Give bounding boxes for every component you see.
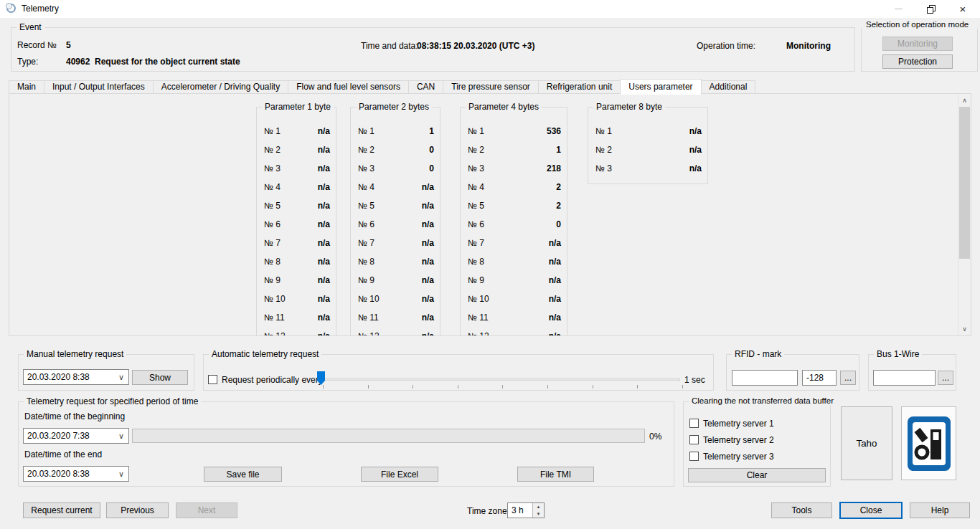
tab[interactable]: CAN — [408, 80, 443, 94]
save-file-button[interactable]: Save file — [204, 467, 282, 482]
clear-button[interactable]: Clear — [688, 468, 826, 482]
fuel-pump-icon — [908, 416, 951, 471]
manual-date-combo[interactable]: 20.03.2020 8:38 ∨ — [23, 369, 129, 385]
taho-button[interactable]: Taho — [841, 406, 892, 480]
interval-label: 1 sec — [684, 375, 705, 385]
param-row: № 11 n/a — [461, 308, 567, 327]
param-value: n/a — [318, 182, 330, 192]
file-excel-button[interactable]: File Excel — [361, 467, 438, 482]
param-number: № 2 — [358, 145, 429, 155]
param-number: № 10 — [264, 294, 318, 304]
rfid-input[interactable] — [732, 370, 798, 386]
telemetry-server-checkbox[interactable] — [689, 419, 699, 428]
param-number: № 2 — [468, 145, 556, 155]
param-row: № 11 n/a — [351, 308, 440, 327]
param-number: № 7 — [468, 238, 549, 248]
param-value: 0 — [556, 219, 561, 229]
interval-slider-track[interactable] — [320, 378, 680, 381]
param-value: 218 — [547, 163, 561, 173]
param-row: № 6 0 — [461, 215, 567, 234]
rfid-legend: RFID - mark — [732, 349, 784, 359]
tab[interactable]: Additional — [701, 80, 756, 94]
scrollbar-thumb[interactable] — [959, 107, 970, 259]
param-number: № 11 — [358, 313, 422, 323]
rfid-more-button[interactable]: ... — [840, 371, 856, 385]
scroll-down-icon[interactable]: ∨ — [958, 323, 971, 335]
param-row: № 2 1 — [461, 140, 567, 159]
show-button[interactable]: Show — [132, 370, 188, 385]
bus-1wire-group: Bus 1-Wire ... — [868, 354, 956, 391]
telemetry-server-checkbox[interactable] — [689, 435, 699, 444]
param-number: № 12 — [264, 331, 318, 336]
chevron-down-icon: ∨ — [114, 470, 128, 479]
param-value: n/a — [422, 294, 434, 304]
scroll-up-icon[interactable]: ∧ — [958, 95, 971, 106]
close-window-button[interactable]: × — [948, 0, 977, 18]
telemetry-server-row: Telemetry server 2 — [689, 432, 774, 448]
minimize-icon — [895, 9, 903, 9]
tab[interactable]: Accelerometer / Driving Quality — [153, 80, 288, 94]
tab[interactable]: Input / Output Interfaces — [44, 80, 154, 94]
param-value: n/a — [318, 313, 330, 323]
param-row: № 10 n/a — [351, 290, 440, 308]
fuel-button[interactable] — [901, 406, 956, 480]
tab[interactable]: Refrigeration unit — [538, 80, 621, 94]
telemetry-server-checkbox[interactable] — [689, 452, 699, 461]
param-row: № 1 n/a — [588, 122, 707, 140]
minimize-button[interactable] — [884, 0, 913, 18]
param-value: n/a — [318, 219, 330, 229]
timezone-spinner[interactable]: 3 h ▲ ▼ — [507, 502, 545, 518]
rfid-offset-input[interactable]: -128 — [802, 370, 837, 386]
param-row: № 11 n/a — [257, 308, 336, 327]
param-group-8byte: Parameter 8 byte № 1 n/a № 2 n/a № 3 n/a — [588, 107, 708, 184]
tab[interactable]: Users parameter — [620, 79, 701, 95]
rfid-group: RFID - mark -128 ... — [726, 354, 859, 391]
bus-1wire-more-button[interactable]: ... — [938, 371, 953, 385]
monitoring-mode-button[interactable]: Monitoring — [882, 37, 953, 51]
tab[interactable]: Flow and fuel level sensors — [288, 80, 409, 94]
close-button[interactable]: Close — [839, 502, 903, 519]
spin-down-icon[interactable]: ▼ — [533, 510, 544, 518]
param-value: n/a — [549, 294, 561, 304]
param-row: № 10 n/a — [257, 290, 336, 308]
param-value: n/a — [422, 219, 434, 229]
request-current-button[interactable]: Request current — [23, 502, 100, 518]
param-number: № 4 — [468, 182, 556, 192]
tab[interactable]: Tire pressure sensor — [443, 80, 539, 94]
param-row: № 6 n/a — [257, 215, 336, 234]
begin-datetime-value: 20.03.2020 7:38 — [24, 431, 114, 441]
param-row: № 5 n/a — [257, 196, 336, 215]
param-value: 2 — [556, 201, 561, 211]
param-value: 0 — [429, 163, 434, 173]
param-row: № 10 n/a — [461, 290, 567, 308]
next-button[interactable]: Next — [176, 502, 237, 518]
previous-button[interactable]: Previous — [106, 502, 169, 518]
param-number: № 1 — [468, 126, 547, 136]
vertical-scrollbar[interactable]: ∧ ∨ — [958, 95, 970, 335]
param-number: № 7 — [264, 238, 318, 248]
tab[interactable]: Main — [9, 80, 44, 94]
request-periodically-checkbox[interactable] — [208, 375, 217, 384]
param-value: n/a — [549, 313, 561, 323]
restore-button[interactable] — [916, 0, 945, 18]
chevron-down-icon: ∨ — [114, 373, 128, 382]
spin-up-icon[interactable]: ▲ — [533, 503, 544, 510]
param-number: № 2 — [264, 145, 318, 155]
protection-mode-button[interactable]: Protection — [882, 54, 953, 69]
param-value: n/a — [549, 275, 561, 285]
end-datetime-combo[interactable]: 20.03.2020 8:38 ∨ — [23, 466, 129, 482]
begin-datetime-combo[interactable]: 20.03.2020 7:38 ∨ — [23, 428, 129, 444]
server-checkbox-list: Telemetry server 1 Telemetry server 2 Te… — [689, 415, 774, 464]
tools-button[interactable]: Tools — [771, 502, 832, 518]
timezone-label: Time zone: — [467, 506, 509, 516]
param-value: 536 — [547, 126, 561, 136]
param-row: № 7 n/a — [257, 234, 336, 252]
help-button[interactable]: Help — [910, 502, 970, 518]
param-group-8byte-legend: Parameter 8 byte — [593, 102, 665, 112]
bus-1wire-input[interactable] — [873, 370, 936, 386]
telemetry-server-row: Telemetry server 1 — [689, 415, 774, 432]
time-label: Time and data: — [361, 41, 418, 51]
window-title: Telemetry — [22, 4, 59, 14]
file-tmi-button[interactable]: File TMI — [517, 467, 594, 482]
param-row: № 8 n/a — [257, 252, 336, 271]
